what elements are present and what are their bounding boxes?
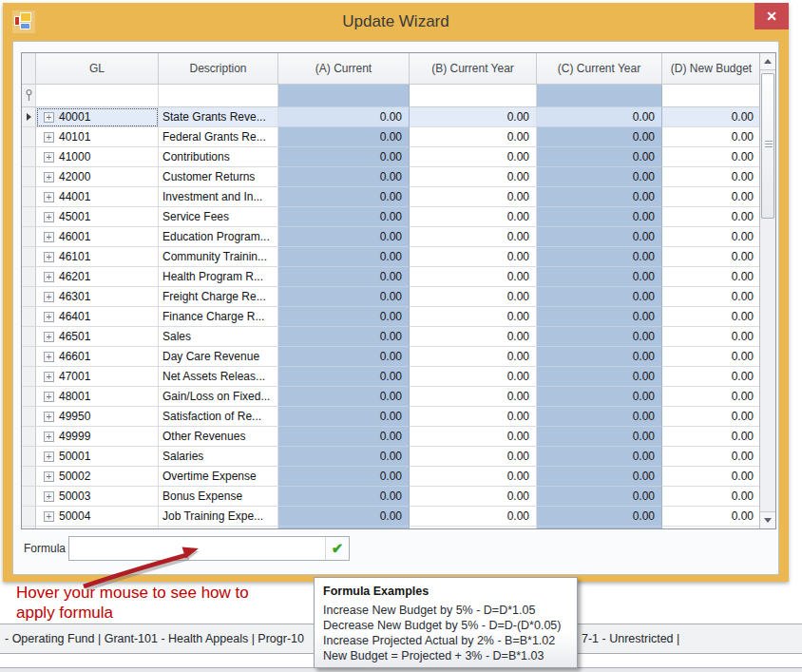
gl-cell[interactable]: +41000 bbox=[36, 147, 159, 167]
current-year-c-cell[interactable]: 0.00 bbox=[537, 287, 662, 307]
expand-plus-icon[interactable]: + bbox=[44, 471, 54, 482]
description-cell[interactable]: Service Fees bbox=[159, 207, 278, 227]
new-budget-d-cell[interactable]: 0.00 bbox=[662, 207, 759, 227]
row-indicator-cell[interactable] bbox=[22, 387, 36, 407]
current-year-b-cell[interactable]: 0.00 bbox=[410, 287, 537, 307]
current-a-cell[interactable]: 0.00 bbox=[278, 127, 410, 147]
new-budget-d-cell[interactable]: 0.00 bbox=[662, 387, 759, 407]
expand-plus-icon[interactable]: + bbox=[44, 412, 54, 422]
current-a-cell[interactable]: 0.00 bbox=[278, 267, 410, 287]
current-year-c-cell[interactable]: 0.00 bbox=[537, 167, 662, 187]
expand-plus-icon[interactable]: + bbox=[44, 392, 54, 402]
gl-cell[interactable]: +50004 bbox=[36, 507, 159, 527]
current-year-b-cell[interactable]: 0.00 bbox=[410, 127, 537, 147]
current-year-c-cell[interactable]: 0.00 bbox=[537, 127, 662, 147]
row-indicator-cell[interactable] bbox=[22, 267, 36, 287]
current-year-c-cell[interactable]: 0.00 bbox=[537, 387, 662, 407]
current-a-cell[interactable]: 0.00 bbox=[278, 287, 410, 307]
formula-input[interactable] bbox=[69, 537, 325, 560]
current-year-b-cell[interactable]: 0.00 bbox=[410, 367, 537, 387]
description-cell[interactable]: Salaries bbox=[159, 447, 278, 467]
row-indicator-cell[interactable] bbox=[22, 147, 36, 167]
filter-cell[interactable] bbox=[537, 85, 662, 107]
current-year-b-cell[interactable]: 0.00 bbox=[410, 507, 537, 527]
current-year-b-cell[interactable]: 0.00 bbox=[410, 167, 537, 187]
current-year-c-cell[interactable]: 0.00 bbox=[537, 187, 662, 207]
new-budget-d-cell[interactable]: 0.00 bbox=[662, 107, 759, 127]
row-indicator-cell[interactable] bbox=[22, 507, 36, 527]
vertical-scrollbar[interactable] bbox=[759, 53, 775, 528]
new-budget-d-cell[interactable]: 0.00 bbox=[662, 127, 759, 147]
current-a-cell[interactable]: 0.00 bbox=[278, 107, 410, 127]
row-indicator-cell[interactable] bbox=[22, 167, 36, 187]
current-year-c-cell[interactable]: 0.00 bbox=[537, 147, 662, 167]
current-year-b-cell[interactable]: 0.00 bbox=[410, 347, 537, 367]
current-a-cell[interactable]: 0.00 bbox=[278, 247, 410, 267]
current-year-b-cell[interactable]: 0.00 bbox=[410, 407, 537, 427]
current-year-b-cell[interactable]: 0.00 bbox=[410, 267, 537, 287]
current-year-b-cell[interactable]: 0.00 bbox=[410, 247, 537, 267]
current-year-c-cell[interactable]: 0.00 bbox=[537, 207, 662, 227]
current-year-c-cell[interactable]: 0.00 bbox=[537, 107, 662, 127]
grid-header-cell[interactable]: (A) Current bbox=[278, 53, 410, 85]
close-button[interactable]: ✕ bbox=[754, 3, 789, 29]
description-cell[interactable]: Contributions bbox=[159, 147, 278, 167]
description-cell[interactable]: Health Program R... bbox=[159, 267, 278, 287]
current-year-b-cell[interactable]: 0.00 bbox=[410, 107, 537, 127]
current-year-b-cell[interactable]: 0.00 bbox=[410, 187, 537, 207]
grid-header-cell[interactable]: GL bbox=[36, 53, 159, 85]
current-year-c-cell[interactable]: 0.00 bbox=[537, 427, 662, 447]
new-budget-d-cell[interactable]: 0.00 bbox=[662, 327, 759, 347]
description-cell[interactable]: Day Care Revenue bbox=[159, 347, 278, 367]
new-budget-d-cell[interactable]: 0.00 bbox=[662, 227, 759, 247]
expand-plus-icon[interactable]: + bbox=[44, 152, 54, 163]
current-a-cell[interactable]: 0.00 bbox=[278, 167, 410, 187]
expand-plus-icon[interactable]: + bbox=[44, 172, 54, 182]
row-indicator-cell[interactable] bbox=[22, 307, 36, 327]
expand-plus-icon[interactable]: + bbox=[44, 372, 54, 382]
new-budget-d-cell[interactable]: 0.00 bbox=[662, 367, 759, 387]
current-year-c-cell[interactable]: 0.00 bbox=[537, 227, 662, 247]
expand-plus-icon[interactable]: + bbox=[44, 272, 54, 282]
description-cell[interactable]: Customer Returns bbox=[159, 167, 278, 187]
description-cell[interactable]: Job Training Expe... bbox=[159, 507, 278, 527]
current-a-cell[interactable]: 0.00 bbox=[278, 347, 410, 367]
current-year-b-cell[interactable]: 0.00 bbox=[410, 327, 537, 347]
gl-cell[interactable]: +50001 bbox=[36, 447, 159, 467]
row-indicator-cell[interactable] bbox=[22, 427, 36, 447]
current-a-cell[interactable]: 0.00 bbox=[278, 207, 410, 227]
new-budget-d-cell[interactable]: 0.00 bbox=[662, 447, 759, 467]
current-year-b-cell[interactable]: 0.00 bbox=[410, 467, 537, 487]
row-indicator-cell[interactable] bbox=[22, 287, 36, 307]
gl-cell[interactable]: +44001 bbox=[36, 187, 159, 207]
description-cell[interactable]: Investment and In... bbox=[159, 187, 278, 207]
description-cell[interactable]: Freight Charge Re... bbox=[159, 287, 278, 307]
expand-plus-icon[interactable]: + bbox=[44, 312, 54, 322]
row-indicator-cell[interactable] bbox=[22, 107, 36, 127]
row-indicator-cell[interactable] bbox=[22, 447, 36, 467]
current-a-cell[interactable]: 0.00 bbox=[278, 147, 410, 167]
new-budget-d-cell[interactable]: 0.00 bbox=[662, 407, 759, 427]
expand-plus-icon[interactable]: + bbox=[44, 132, 54, 143]
expand-plus-icon[interactable]: + bbox=[44, 491, 54, 502]
description-cell[interactable]: Finance Charge R... bbox=[159, 307, 278, 327]
current-year-c-cell[interactable]: 0.00 bbox=[537, 407, 662, 427]
row-indicator-cell[interactable] bbox=[22, 127, 36, 147]
filter-cell[interactable] bbox=[159, 85, 278, 107]
description-cell[interactable]: State Grants Reve... bbox=[159, 107, 278, 127]
row-indicator-cell[interactable] bbox=[22, 347, 36, 367]
filter-cell[interactable] bbox=[278, 85, 410, 107]
expand-plus-icon[interactable]: + bbox=[44, 192, 54, 202]
description-cell[interactable]: Satisfaction of Re... bbox=[159, 407, 278, 427]
expand-plus-icon[interactable]: + bbox=[44, 212, 54, 222]
new-budget-d-cell[interactable]: 0.00 bbox=[662, 487, 759, 507]
gl-cell[interactable]: +46601 bbox=[36, 347, 159, 367]
gl-cell[interactable]: +46501 bbox=[36, 327, 159, 347]
description-cell[interactable]: Community Trainin... bbox=[159, 247, 278, 267]
gl-cell[interactable]: +46001 bbox=[36, 227, 159, 247]
current-a-cell[interactable]: 0.00 bbox=[278, 507, 410, 527]
scrollbar-thumb[interactable] bbox=[761, 73, 774, 219]
expand-plus-icon[interactable]: + bbox=[44, 112, 54, 123]
gl-cell[interactable]: +47001 bbox=[36, 367, 159, 387]
current-a-cell[interactable]: 0.00 bbox=[278, 427, 410, 447]
